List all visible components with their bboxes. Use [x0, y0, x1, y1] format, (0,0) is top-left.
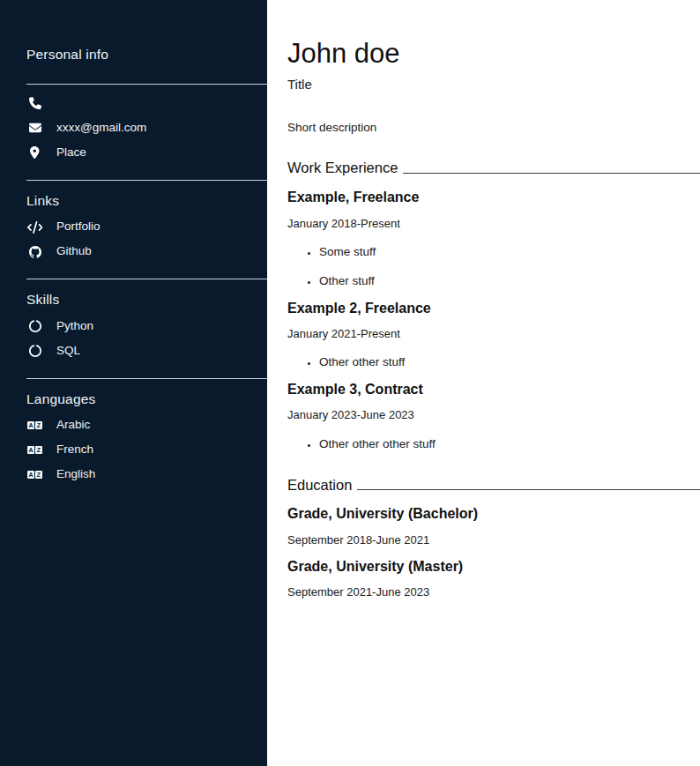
- sidebar-item-github[interactable]: Github: [26, 245, 267, 258]
- entry-title: Grade, University (Bachelor): [287, 506, 700, 522]
- sidebar-item-sql: SQL: [26, 345, 267, 358]
- entry-date: January 2021-Present: [287, 328, 700, 340]
- sidebar-heading-personal-info: Personal info: [26, 47, 267, 63]
- sidebar-heading-languages: Languages: [26, 391, 267, 408]
- circle-notch-icon: [26, 345, 43, 357]
- sidebar-item-xxxx-gmail-com: xxxx@gmail.com: [26, 122, 267, 135]
- entry-date: January 2018-Present: [287, 218, 700, 230]
- sidebar-item-label: French: [56, 443, 93, 457]
- sidebar-item-label: xxxx@gmail.com: [56, 122, 146, 135]
- entry-title: Example 2, Freelance: [287, 301, 700, 316]
- entry-title: Grade, University (Master): [287, 559, 700, 575]
- github-icon: [26, 246, 43, 258]
- sidebar-divider: [26, 180, 267, 181]
- resume-page: Personal infoxxxx@gmail.comPlaceLinksPor…: [0, 0, 700, 766]
- section-rule: [357, 489, 700, 490]
- sidebar-item-label: Python: [56, 320, 93, 333]
- entry-bullets: Some stuffOther stuff: [287, 246, 700, 288]
- language-icon: AZ: [26, 471, 43, 479]
- sidebar-item-english: AZEnglish: [26, 468, 267, 481]
- language-icon: AZ: [26, 421, 43, 429]
- sidebar-divider: [26, 279, 267, 279]
- sidebar-item-portfolio[interactable]: Portfolio: [26, 220, 267, 234]
- bullet-item: Other other other stuff: [319, 438, 700, 451]
- sidebar-divider: [26, 378, 267, 379]
- section-heading: Education: [287, 477, 352, 495]
- short-description: Short description: [287, 122, 700, 135]
- entry-date: January 2023-June 2023: [287, 409, 700, 421]
- main-content: John doe Title Short description Work Ex…: [267, 0, 700, 766]
- section-heading-row: Work Experience: [287, 160, 700, 177]
- section-heading: Work Experience: [287, 160, 398, 177]
- sidebar-heading-skills: Skills: [26, 292, 267, 309]
- sidebar-item-label: Place: [56, 146, 86, 160]
- person-title: Title: [287, 78, 700, 93]
- sidebar-item-arabic: AZArabic: [26, 419, 267, 432]
- sidebar: Personal infoxxxx@gmail.comPlaceLinksPor…: [0, 0, 267, 766]
- bullet-item: Other other stuff: [319, 356, 700, 369]
- sidebar-item-phone-icon: [26, 97, 267, 110]
- sidebar-item-label: Portfolio: [56, 220, 101, 234]
- envelope-icon: [26, 122, 43, 134]
- sidebar-item-place: Place: [26, 146, 267, 160]
- entry-bullets: Other other other stuff: [287, 438, 700, 451]
- code-icon: [26, 221, 43, 234]
- language-icon: AZ: [26, 446, 43, 454]
- sidebar-item-label: Github: [56, 245, 92, 258]
- sidebar-item-label: Arabic: [56, 419, 90, 432]
- bullet-item: Some stuff: [319, 246, 700, 259]
- sidebar-item-python: Python: [26, 320, 267, 333]
- sidebar-heading-links: Links: [26, 193, 267, 210]
- circle-notch-icon: [26, 320, 43, 332]
- section-rule: [403, 173, 700, 174]
- sidebar-divider: [26, 84, 267, 85]
- sidebar-item-label: English: [56, 468, 95, 481]
- entry-bullets: Other other stuff: [287, 356, 700, 369]
- map-marker-icon: [26, 146, 43, 159]
- resume-sections: Work ExperienceExample, FreelanceJanuary…: [287, 160, 700, 599]
- sidebar-item-french: AZFrench: [26, 443, 267, 457]
- entry-title: Example 3, Contract: [287, 382, 700, 398]
- resume-section-education: EducationGrade, University (Bachelor)Sep…: [287, 477, 700, 599]
- section-heading-row: Education: [287, 477, 700, 495]
- resume-section-work-experience: Work ExperienceExample, FreelanceJanuary…: [287, 160, 700, 450]
- phone-icon: [26, 97, 43, 109]
- bullet-item: Other stuff: [319, 275, 700, 288]
- entry-title: Example, Freelance: [287, 190, 700, 205]
- person-name: John doe: [287, 40, 700, 67]
- sidebar-item-label: SQL: [56, 345, 80, 358]
- entry-date: September 2021-June 2023: [287, 586, 700, 599]
- entry-date: September 2018-June 2021: [287, 534, 700, 547]
